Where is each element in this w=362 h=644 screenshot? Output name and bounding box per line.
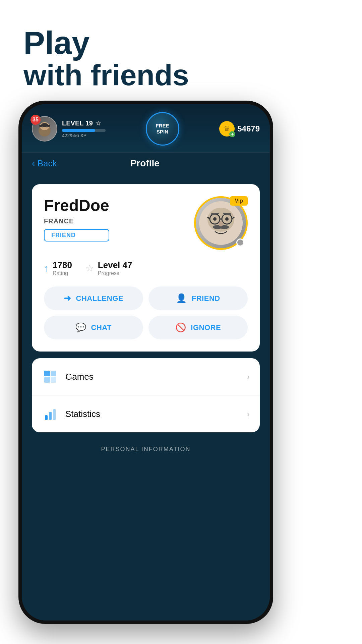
- ignore-label: IGNORE: [191, 323, 221, 332]
- coin-amount: 54679: [237, 124, 260, 133]
- chat-icon: 💬: [75, 322, 86, 333]
- level-label-stat: Progress: [98, 270, 132, 276]
- statistics-label: Statistics: [65, 409, 240, 419]
- phone-shell: 35 LEVEL: [18, 101, 273, 624]
- chat-button[interactable]: 💬 CHAT: [44, 316, 143, 339]
- profile-country: FRANCE: [44, 217, 109, 225]
- rating-stat: ↑ 1780 Rating: [44, 260, 72, 276]
- games-icon: [42, 368, 59, 385]
- xp-bar-background: [62, 129, 106, 132]
- rating-info: 1780 Rating: [53, 260, 72, 276]
- svg-point-13: [213, 217, 217, 221]
- friend-badge: FRIEND: [44, 229, 109, 241]
- statistics-icon: [42, 406, 59, 422]
- coin-icon: +: [219, 121, 235, 137]
- level-info-stat: Level 47 Progress: [98, 260, 132, 276]
- personal-info-section-label: PERSONAL INFORMATION: [32, 439, 260, 460]
- level-label: LEVEL 19: [62, 119, 93, 127]
- profile-avatar-wrapper: Vip: [194, 196, 248, 250]
- ignore-icon: 🚫: [175, 322, 186, 333]
- statistics-menu-item[interactable]: Statistics ›: [32, 395, 260, 432]
- svg-rect-26: [53, 409, 56, 420]
- svg-rect-21: [51, 371, 56, 376]
- svg-point-5: [46, 126, 48, 127]
- stats-row: ↑ 1780 Rating ☆ Level 47 Progress: [44, 260, 248, 276]
- level-row: LEVEL 19 ☆: [62, 119, 106, 127]
- hero-section: Play with friends: [23, 27, 189, 92]
- xp-text: 422/556 XP: [62, 133, 106, 138]
- svg-rect-22: [44, 377, 50, 383]
- free-spin-line2: SPIN: [157, 129, 168, 135]
- friend-button[interactable]: 👤 FRIEND: [148, 286, 248, 310]
- svg-rect-20: [44, 371, 50, 376]
- challenge-button[interactable]: ➜ CHALLENGE: [44, 286, 143, 310]
- rating-value: 1780: [53, 260, 72, 270]
- svg-point-3: [41, 123, 48, 126]
- chat-label: CHAT: [91, 323, 112, 332]
- friend-icon: 👤: [176, 293, 187, 304]
- coin-plus-icon: +: [229, 131, 235, 137]
- games-chevron-icon: ›: [247, 372, 250, 382]
- profile-left: FredDoe FRANCE FRIEND: [44, 196, 109, 241]
- friend-label: FRIEND: [192, 294, 220, 303]
- page-title: Profile: [130, 158, 160, 169]
- profile-card: FredDoe FRANCE FRIEND Vip: [32, 184, 260, 352]
- rating-label: Rating: [53, 270, 72, 276]
- vip-badge: Vip: [230, 196, 248, 206]
- free-spin-line1: FREE: [156, 123, 169, 129]
- phone-screen: 35 LEVEL: [22, 104, 270, 621]
- rating-icon: ↑: [44, 263, 49, 274]
- avatar-wrapper: 35: [32, 116, 57, 142]
- star-icon: ☆: [96, 120, 101, 127]
- online-status-dot: [236, 238, 244, 247]
- level-stat: ☆ Level 47 Progress: [85, 260, 132, 276]
- user-info: 35 LEVEL: [32, 116, 106, 142]
- challenge-icon: ➜: [64, 293, 71, 304]
- svg-point-14: [225, 217, 229, 221]
- nav-bar: ‹ Back Profile: [22, 153, 270, 174]
- menu-card: Games › Statistics ›: [32, 358, 260, 432]
- games-label: Games: [65, 372, 240, 382]
- back-label: Back: [38, 158, 57, 169]
- xp-bar-wrapper: 422/556 XP: [62, 129, 106, 138]
- svg-rect-25: [49, 412, 52, 420]
- xp-bar-fill: [62, 129, 95, 132]
- hero-line1: Play: [23, 27, 189, 59]
- svg-rect-23: [51, 377, 56, 383]
- free-spin-button[interactable]: FREE SPIN: [146, 112, 179, 146]
- coins-display: + 54679: [219, 121, 260, 137]
- svg-point-4: [42, 126, 43, 127]
- challenge-label: CHALLENGE: [76, 294, 123, 303]
- ignore-button[interactable]: 🚫 IGNORE: [148, 316, 248, 339]
- main-content: FredDoe FRANCE FRIEND Vip: [22, 174, 270, 621]
- action-buttons: ➜ CHALLENGE 👤 FRIEND 💬 CHAT 🚫 IGNORE: [44, 286, 248, 339]
- top-header: 35 LEVEL: [22, 104, 270, 153]
- notification-badge: 35: [31, 115, 41, 125]
- statistics-chevron-icon: ›: [247, 409, 250, 419]
- svg-point-19: [219, 221, 223, 226]
- level-value: Level 47: [98, 260, 132, 270]
- hero-line2: with friends: [23, 59, 189, 92]
- profile-top: FredDoe FRANCE FRIEND Vip: [44, 196, 248, 250]
- level-star-icon: ☆: [85, 263, 94, 274]
- level-info: LEVEL 19 ☆ 422/556 XP: [62, 119, 106, 138]
- games-menu-item[interactable]: Games ›: [32, 358, 260, 395]
- profile-name: FredDoe: [44, 196, 109, 215]
- svg-rect-24: [45, 415, 48, 420]
- back-chevron-icon: ‹: [32, 158, 35, 169]
- back-button[interactable]: ‹ Back: [32, 158, 57, 169]
